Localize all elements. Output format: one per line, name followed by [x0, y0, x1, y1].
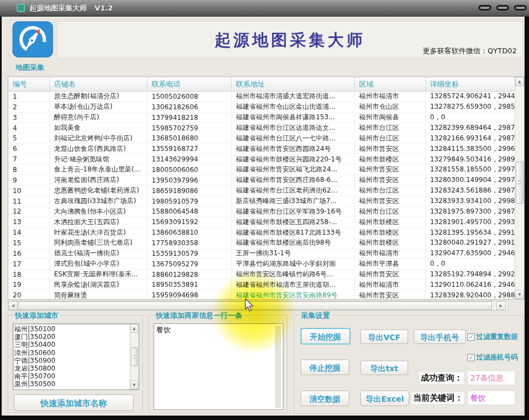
clear-data-button[interactable]: 清空数据	[301, 391, 349, 406]
city-list-item[interactable]: 厦门|350200	[14, 333, 129, 341]
table-row[interactable]: 12大向沸腾鱼(怡丰小区店)15880064548福建省福州市台江区学军路39-…	[8, 206, 515, 217]
table-row[interactable]: 5刘福记北京烤鸭(中亭街店)13685018680福建省福州市台江区八一七中路.…	[8, 133, 515, 144]
table-cell: 18950353891	[147, 280, 231, 290]
scroll-down-icon[interactable]: ▼	[515, 290, 524, 299]
maximize-button[interactable]	[496, 5, 509, 11]
city-list-item[interactable]: 三明|350400	[14, 341, 129, 348]
close-button[interactable]	[514, 5, 527, 11]
column-header[interactable]: 区域	[354, 77, 425, 92]
city-list-item[interactable]: 龙岩|350800	[14, 365, 129, 372]
group-title: 采集设置	[299, 311, 332, 321]
window-title: 起源地图采集大师 V1.2	[29, 3, 113, 13]
table-cell: 福建省福州市晋安区福飞北路24...	[231, 165, 354, 175]
table-cell: 19	[8, 280, 49, 290]
table-cell: 13559168727	[147, 144, 231, 154]
table-row[interactable]: 13木洒拉面大王(五四店)15693091592福建省福州市鼓楼区五四路258-…	[8, 217, 515, 227]
city-list-item[interactable]: 南平|350700	[14, 372, 129, 380]
minimize-button[interactable]	[479, 5, 491, 11]
table-cell: 福建省福州市鼓楼区五四路258-...	[231, 217, 354, 227]
table-row[interactable]: 18ESK宜斯·无国界料理(泰禾...18860129828福州市晋安区岳峰镇竹…	[8, 269, 515, 280]
table-row[interactable]: 17潭式煎包(城中小学店)13675095279平潭县竹屿湖东路城中小学斜对面福…	[8, 259, 515, 269]
table-cell: 福建省福州市闽侯县祥谦路153...	[231, 112, 354, 123]
table-cell: 13281558.185500，2997866.	[425, 165, 515, 175]
compass-logo-icon	[12, 21, 53, 58]
app-icon	[17, 4, 25, 12]
scroll-up-icon[interactable]: ▲	[130, 324, 138, 333]
stop-mining-button[interactable]: 停止挖掘	[301, 360, 349, 375]
table-row[interactable]: 1原生态醉鹅(福清分店)15005026008福州市福清市清盛大道宏路街道...…	[8, 92, 515, 102]
table-cell: 福建省福州市台江区老药洲街62...	[231, 185, 354, 196]
vertical-scrollbar-thumb[interactable]	[516, 161, 523, 204]
table-header-row: 编号店铺名联系电话联系地址区域详细坐标	[8, 77, 515, 92]
table-row[interactable]: 14叶家花生汤(大洋百货店)13860638810福建省福州市鼓楼区817北路1…	[8, 227, 515, 238]
header-panel: 起源地图采集大师 更多获客软件微信：QYTD02	[57, 21, 523, 58]
column-header[interactable]: 编号	[8, 77, 49, 92]
column-header[interactable]: 店铺名	[49, 77, 147, 92]
table-cell: 福州市鼓楼区	[354, 217, 425, 227]
table-row[interactable]: 9河南老烩面(西庄路店)13950397996福建省福州市晋安区西庄路68-6.…	[8, 175, 515, 185]
table-row[interactable]: 4如我美食15985702759福建省福州市台江区达道路达文...福州市台江区1…	[8, 123, 515, 133]
textarea-scrollbar[interactable]	[275, 326, 281, 408]
table-row[interactable]: 16德克士(福清一拂街店)15359130579王屏一拂街31-1号福州市福清市…	[8, 248, 515, 259]
table-vertical-scrollbar[interactable]: ▲ ▼	[515, 77, 524, 299]
table-cell: 19805910579	[147, 196, 231, 206]
current-keyword-value: 餐饮	[467, 391, 515, 405]
scroll-down-icon[interactable]: ▼	[130, 381, 138, 389]
table-row[interactable]: 2草本汤(仓山万达店)13062182606福建省福州市仓山区金山街道浦...福…	[8, 102, 515, 112]
horizontal-scrollbar-thumb[interactable]	[18, 301, 492, 310]
city-listbox[interactable]: 福州|350100厦门|350200三明|350400漳州|350600宁德|3…	[13, 323, 139, 390]
table-cell: 13283933.934100，2998051.	[425, 196, 515, 206]
table-row[interactable]: 6龙窟山饮食店(西凤路店)13559168727福建省福州市晋安区西园路24号福…	[8, 144, 515, 154]
table-row[interactable]: 10忠惠酱鸭捞化老铺(老药洲店)18659189086福建省福州市台江区老药洲街…	[8, 185, 515, 196]
table-cell: 福建省福州市鼓楼区兴园路220-1号	[231, 154, 354, 165]
table-cell: 15693091592	[147, 217, 231, 227]
table-cell: 王屏一拂街31-1号	[231, 248, 354, 259]
table-cell: 2	[8, 102, 49, 112]
column-header[interactable]: 详细坐标	[425, 77, 515, 92]
table-row[interactable]: 15同利肉燕老铺(三坊七巷店)17758930358福建省福州市鼓楼区南后街98…	[8, 238, 515, 249]
export-txt-button[interactable]: 导出txt	[360, 361, 408, 375]
city-list-item[interactable]: 宁德|350900	[14, 357, 129, 365]
table-row[interactable]: 8食上青云-18年永泰山里菜(...18005006060福建省福州市晋安区福飞…	[8, 165, 515, 175]
keyword-textarea[interactable]: 餐饮	[154, 323, 283, 410]
table-cell: 叶家花生汤(大洋百货店)	[49, 227, 147, 238]
scroll-right-icon[interactable]: ▶	[496, 301, 506, 310]
table-cell: 13281395.195634，2991340.	[425, 227, 515, 238]
table-cell: 17758930358	[147, 238, 231, 249]
tab-map-collect[interactable]: 地图采集	[16, 63, 44, 73]
city-list-item[interactable]: 泉州|350500	[14, 380, 129, 388]
table-horizontal-scrollbar[interactable]: ◀ ▶	[8, 301, 508, 311]
city-list-item[interactable]: 漳州|350600	[14, 349, 129, 357]
table-cell: 5	[8, 133, 49, 144]
table-cell: 福州市仓山区	[354, 102, 425, 112]
table-cell: 4	[8, 123, 49, 133]
table-cell: 同利肉燕老铺(三坊七巷店)	[49, 238, 147, 249]
table-row[interactable]: 11古典玫瑰园(i33城市广场店)19805910579新店镇秀峰路三盛i33城…	[8, 196, 515, 206]
scroll-left-icon[interactable]: ◀	[8, 301, 18, 310]
table-cell: 福建省福州市晋安区晋安南路89号	[231, 290, 354, 300]
table-cell: 福州市鼓楼区	[354, 154, 425, 165]
filter-duplicate-checkbox[interactable]: ✓ 过滤重复数据	[467, 332, 518, 342]
scroll-up-icon[interactable]: ▲	[515, 77, 524, 86]
table-cell: 德克士(福清一拂街店)	[49, 248, 147, 259]
table-row[interactable]: 3醉得意(尚干店)13799418218福建省福州市闽侯县祥谦路153...福州…	[8, 112, 515, 123]
table-row[interactable]: 20简骨麻辣烫15959094698福建省福州市晋安区晋安南路89号福州市晋安区…	[8, 290, 515, 300]
table-cell: 18659189086	[147, 185, 231, 196]
window-controls	[479, 5, 527, 11]
city-list-scrollbar[interactable]: ▲ ▼	[130, 324, 139, 389]
table-cell: 8	[8, 165, 49, 175]
city-scrollbar-thumb[interactable]	[131, 347, 138, 366]
table-cell: 0，0	[425, 112, 515, 123]
column-header[interactable]: 联系电话	[147, 77, 231, 92]
table-cell: 龙窟山饮食店(西凤路店)	[49, 144, 147, 154]
filter-landline-checkbox[interactable]: ✓ 过滤座机号码	[467, 353, 518, 362]
city-list-item[interactable]: 福州|350100	[14, 325, 129, 333]
export-vcf-button[interactable]: 导出VCF	[360, 330, 408, 344]
table-row[interactable]: 7升记·猪杂粥觅味馆13143629994福建省福州市鼓楼区兴园路220-1号福…	[8, 154, 515, 165]
table-row[interactable]: 19民享杂烩汤(湖滨霞店)18950353891福建省福州市福清市王屏街道胡..…	[8, 280, 515, 290]
add-city-name-button[interactable]: 快速添加城市名称	[14, 394, 134, 411]
start-mining-button[interactable]: 开始挖掘	[301, 328, 350, 345]
export-phone-button[interactable]: 导出手机号	[414, 330, 466, 344]
export-excel-button[interactable]: 导出Excel	[360, 391, 409, 406]
column-header[interactable]: 联系地址	[231, 77, 354, 92]
